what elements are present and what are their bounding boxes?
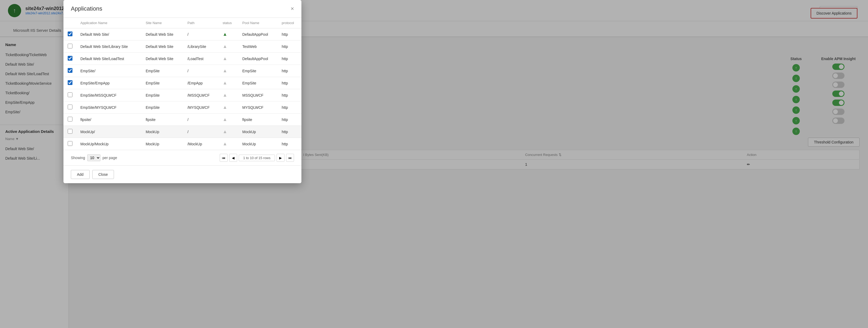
protocol-cell: http (278, 65, 301, 77)
table-row: EmpSite/EmpSite/▲EmpSitehttp (63, 65, 301, 77)
row-checkbox-9[interactable] (68, 129, 72, 134)
app-name-cell: EmpSite/MSSQLWCF (77, 89, 142, 101)
pool-name-cell: EmpSite (239, 77, 278, 89)
table-row: Default Web Site/LoadTestDefault Web Sit… (63, 53, 301, 65)
col-site-name: Site Name (142, 18, 184, 28)
showing-label: Showing 10 25 50 per page (71, 154, 117, 161)
pool-name-cell: ftpsite (239, 114, 278, 126)
applications-table: Application Name Site Name Path status P… (63, 18, 301, 150)
close-button[interactable]: Close (92, 170, 114, 179)
applications-modal: Applications × Application Name Site Nam… (63, 0, 301, 183)
per-page-select[interactable]: 10 25 50 (87, 154, 100, 161)
col-path: Path (184, 18, 219, 28)
row-checkbox-6[interactable] (68, 92, 72, 97)
status-arrow-gray: ▲ (223, 105, 227, 110)
row-checkbox-5[interactable] (68, 80, 72, 85)
table-row: EmpSite/EmpAppEmpSite/EmpApp▲EmpSitehttp (63, 77, 301, 89)
status-cell: ▲ (219, 65, 239, 77)
pool-name-cell: MYSQLWCF (239, 101, 278, 114)
site-name-cell: MockUp (142, 126, 184, 138)
status-cell: ▲ (219, 40, 239, 53)
first-page-btn[interactable]: ⏮ (220, 154, 228, 162)
status-cell: ▲ (219, 138, 239, 150)
app-name-cell: MockUp/ (77, 126, 142, 138)
col-pool-name: Pool Name (239, 18, 278, 28)
status-arrow-gray: ▲ (223, 80, 227, 85)
last-page-btn[interactable]: ⏭ (286, 154, 294, 162)
table-row: EmpSite/MSSQLWCFEmpSite/MSSQLWCF▲MSSQLWC… (63, 89, 301, 101)
status-arrow-gray: ▲ (223, 56, 227, 61)
table-row: ftpsite/ftpsite/▲ftpsitehttp (63, 114, 301, 126)
path-cell: /LoadTest (184, 53, 219, 65)
site-name-cell: EmpSite (142, 101, 184, 114)
app-name-cell: ftpsite/ (77, 114, 142, 126)
path-cell: /LibrarySite (184, 40, 219, 53)
row-checkbox-2[interactable] (68, 44, 72, 49)
table-row: MockUp/MockUp/▲MockUphttp (63, 126, 301, 138)
site-name-cell: Default Web Site (142, 40, 184, 53)
app-name-cell: MockUp/MockUp (77, 138, 142, 150)
protocol-cell: http (278, 126, 301, 138)
site-name-cell: EmpSite (142, 89, 184, 101)
status-arrow-gray: ▲ (223, 68, 227, 73)
row-checkbox-8[interactable] (68, 117, 72, 121)
app-name-cell: Default Web Site/ (77, 28, 142, 40)
col-protocol: protocol (278, 18, 301, 28)
path-cell: / (184, 65, 219, 77)
row-checkbox-4[interactable] (68, 68, 72, 73)
status-arrow-gray: ▲ (223, 129, 227, 134)
next-page-btn[interactable]: ▶ (277, 154, 284, 162)
modal-overlay: Applications × Application Name Site Nam… (0, 0, 868, 328)
status-cell: ▲ (219, 126, 239, 138)
status-arrow-gray: ▲ (223, 141, 227, 146)
pool-name-cell: EmpSite (239, 65, 278, 77)
protocol-cell: http (278, 89, 301, 101)
path-cell: /EmpApp (184, 77, 219, 89)
pool-name-cell: DefaultAppPool (239, 53, 278, 65)
status-cell: ▲ (219, 101, 239, 114)
status-cell: ▲ (219, 53, 239, 65)
protocol-cell: http (278, 101, 301, 114)
prev-page-btn[interactable]: ◀ (229, 154, 237, 162)
path-cell: / (184, 114, 219, 126)
protocol-cell: http (278, 28, 301, 40)
protocol-cell: http (278, 77, 301, 89)
status-arrow-gray: ▲ (223, 117, 227, 122)
col-status: status (219, 18, 239, 28)
modal-close-button[interactable]: × (290, 6, 294, 12)
table-row: Default Web Site/Library SiteDefault Web… (63, 40, 301, 53)
protocol-cell: http (278, 138, 301, 150)
site-name-cell: Default Web Site (142, 28, 184, 40)
status-arrow-green: ▲ (223, 31, 227, 37)
path-cell: / (184, 28, 219, 40)
path-cell: /MockUp (184, 138, 219, 150)
site-name-cell: ftpsite (142, 114, 184, 126)
row-checkbox-10[interactable] (68, 141, 72, 146)
protocol-cell: http (278, 114, 301, 126)
table-row: EmpSite/MYSQLWCFEmpSite/MYSQLWCF▲MYSQLWC… (63, 101, 301, 114)
row-checkbox-1[interactable] (68, 31, 72, 36)
table-row: Default Web Site/Default Web Site/▲Defau… (63, 28, 301, 40)
row-checkbox-3[interactable] (68, 56, 72, 61)
col-checkbox (63, 18, 77, 28)
modal-actions: Add Close (63, 165, 301, 183)
site-name-cell: MockUp (142, 138, 184, 150)
site-name-cell: EmpSite (142, 65, 184, 77)
add-button[interactable]: Add (71, 170, 90, 179)
pool-name-cell: MSSQLWCF (239, 89, 278, 101)
status-arrow-gray: ▲ (223, 92, 227, 98)
pool-name-cell: TestWeb (239, 40, 278, 53)
status-cell: ▲ (219, 114, 239, 126)
modal-body: Application Name Site Name Path status P… (63, 18, 301, 150)
pool-name-cell: DefaultAppPool (239, 28, 278, 40)
protocol-cell: http (278, 40, 301, 53)
modal-footer: Showing 10 25 50 per page ⏮ ◀ 1 to 10 of… (63, 150, 301, 165)
status-cell: ▲ (219, 89, 239, 101)
pool-name-cell: MockUp (239, 138, 278, 150)
protocol-cell: http (278, 53, 301, 65)
pool-name-cell: MockUp (239, 126, 278, 138)
row-checkbox-7[interactable] (68, 105, 72, 109)
path-cell: /MYSQLWCF (184, 101, 219, 114)
status-arrow-gray: ▲ (223, 44, 227, 49)
table-row: MockUp/MockUpMockUp/MockUp▲MockUphttp (63, 138, 301, 150)
